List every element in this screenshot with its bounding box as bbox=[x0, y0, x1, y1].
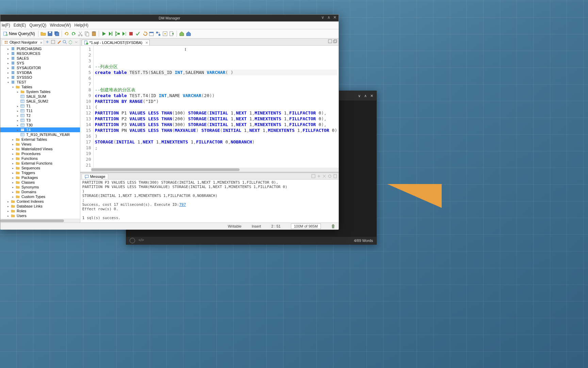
tree-item-packages[interactable]: ▸Packages bbox=[0, 175, 80, 180]
tree-expand-icon[interactable]: ▸ bbox=[6, 71, 10, 75]
code-line-10[interactable]: PARTITION P2 VALUES LESS THAN(200) STORA… bbox=[95, 116, 337, 122]
tree-expand-icon[interactable]: ▸ bbox=[11, 147, 15, 151]
menu-help[interactable]: Help(H) bbox=[74, 23, 88, 28]
home-local-button[interactable] bbox=[179, 31, 185, 37]
tree-item-t4[interactable]: ▸T4 bbox=[0, 127, 80, 132]
tree-item-purchasing[interactable]: ▸PURCHASING bbox=[0, 46, 80, 51]
tree-expand-icon[interactable]: ▸ bbox=[16, 90, 19, 94]
tree-expand-icon[interactable]: ▸ bbox=[11, 157, 15, 160]
tree-expand-icon[interactable]: ▸ bbox=[11, 142, 15, 146]
menu-file[interactable]: le(F) bbox=[2, 23, 10, 28]
tree-item-context-indexes[interactable]: ▸Context Indexes bbox=[0, 199, 80, 204]
tree-item-synonyms[interactable]: ▸Synonyms bbox=[0, 185, 80, 189]
tree-expand-icon[interactable]: ▸ bbox=[11, 185, 15, 189]
code-line-17[interactable] bbox=[95, 156, 337, 162]
tree-expand-icon[interactable]: ▸ bbox=[16, 109, 19, 113]
code-line-5[interactable]: --创建堆表的分区表 bbox=[95, 87, 337, 93]
editor-h-scrollbar[interactable] bbox=[91, 168, 339, 172]
new-query-button[interactable]: New Query(N) bbox=[2, 31, 36, 36]
paste-button[interactable] bbox=[91, 31, 97, 37]
maximize-button[interactable]: ∧ bbox=[326, 15, 331, 20]
code-line-2[interactable]: create table TEST.T5(SALES_ID INT,SALEMA… bbox=[95, 70, 337, 75]
editor-tab-close-icon[interactable]: ✕ bbox=[145, 41, 148, 45]
tree-expand-icon[interactable]: ▸ bbox=[11, 171, 15, 175]
menu-query[interactable]: Query(Q) bbox=[29, 23, 46, 28]
tree-item-sysauditor[interactable]: ▸SYSAUDITOR bbox=[0, 65, 80, 70]
tree-item-t3[interactable]: ▸T3 bbox=[0, 118, 80, 123]
tree-item-syssso[interactable]: ▸SYSSSO bbox=[0, 75, 80, 80]
tree-expand-icon[interactable]: ▸ bbox=[16, 104, 19, 108]
code-line-8[interactable]: ( bbox=[95, 104, 337, 110]
tree-expand-icon[interactable]: ▸ bbox=[11, 138, 15, 141]
tree-expand-icon[interactable]: ▸ bbox=[6, 47, 10, 51]
code-line-4[interactable] bbox=[95, 81, 337, 87]
tree-item-users[interactable]: ▸Users bbox=[0, 213, 80, 218]
commit-button[interactable] bbox=[135, 31, 141, 37]
menu-edit[interactable]: Edit(E) bbox=[14, 23, 26, 28]
msg-tool-3-icon[interactable] bbox=[322, 174, 326, 178]
code-line-7[interactable]: PARTITION BY RANGE("ID") bbox=[95, 98, 337, 104]
explain-button[interactable] bbox=[121, 31, 127, 37]
open-button[interactable] bbox=[40, 31, 46, 37]
stop-button[interactable] bbox=[128, 31, 134, 37]
export-button[interactable] bbox=[169, 31, 175, 37]
tree-expand-icon[interactable]: ▸ bbox=[11, 152, 15, 156]
debug-button[interactable] bbox=[114, 31, 120, 37]
code-line-13[interactable]: ) bbox=[95, 133, 337, 139]
tree-item-external-tables[interactable]: ▸External Tables bbox=[0, 137, 80, 142]
code-line-6[interactable]: create table TEST.T4(ID INT,NAME VARCHAR… bbox=[95, 93, 337, 98]
bgwin-maximize-icon[interactable]: ∧ bbox=[363, 93, 368, 98]
tree-expand-icon[interactable]: ▸ bbox=[11, 181, 15, 184]
code-line-1[interactable]: --列表分区 bbox=[95, 64, 337, 70]
sidebar-tab[interactable]: Object Navigator ✕ bbox=[2, 40, 44, 45]
close-button[interactable]: ✕ bbox=[332, 15, 337, 20]
tree-expand-icon[interactable]: ▸ bbox=[6, 76, 10, 79]
tree-item-t1[interactable]: ▸T1 bbox=[0, 104, 80, 108]
tree-expand-icon[interactable]: ▸ bbox=[11, 162, 15, 165]
msg-tool-5-icon[interactable] bbox=[333, 174, 337, 178]
tree-item-test[interactable]: ▾TEST bbox=[0, 80, 80, 85]
object-tree[interactable]: ▸PURCHASING▸RESOURCES▸SALES▸SYS▸SYSAUDIT… bbox=[0, 46, 80, 219]
sidebar-tab-close-icon[interactable]: ✕ bbox=[40, 41, 43, 45]
sidebar-tool-menu-icon[interactable] bbox=[74, 40, 79, 44]
tree-item-database-links[interactable]: ▸Database Links bbox=[0, 204, 80, 209]
execute-id-link[interactable]: 797 bbox=[179, 202, 186, 207]
tree-item-functions[interactable]: ▸Functions bbox=[0, 156, 80, 161]
sidebar-scrollbar[interactable] bbox=[0, 219, 80, 223]
copy-button[interactable] bbox=[84, 31, 90, 37]
tree-expand-icon[interactable]: ▸ bbox=[6, 57, 10, 60]
editor-tab[interactable]: *1.sql - LOCALHOST(SYSDBA) ✕ bbox=[82, 40, 150, 45]
tree-expand-icon[interactable]: ▸ bbox=[6, 66, 10, 70]
rollback-button[interactable] bbox=[142, 31, 148, 37]
execute-button[interactable] bbox=[101, 31, 107, 37]
code-line-14[interactable]: STORAGE(INITIAL 1,NEXT 1,MINEXTENTS 1,FI… bbox=[95, 139, 337, 145]
options-button[interactable] bbox=[162, 31, 168, 37]
tree-item-system-tables[interactable]: ▸System Tables bbox=[0, 89, 80, 94]
tree-item-t11[interactable]: ▸T11 bbox=[0, 108, 80, 113]
bgwin-status-icon1[interactable] bbox=[130, 238, 135, 243]
bgwin-close-icon[interactable]: ✕ bbox=[369, 93, 374, 98]
redo-button[interactable] bbox=[70, 31, 77, 37]
tree-item-t-r10-interval-year[interactable]: T_R10_INTERVAL_YEAR bbox=[0, 132, 80, 137]
menu-window[interactable]: Window(W) bbox=[50, 23, 71, 28]
bgwin-status-code-icon[interactable]: </> bbox=[138, 238, 143, 243]
msg-tool-4-icon[interactable] bbox=[328, 174, 332, 178]
tree-item-sys[interactable]: ▸SYS bbox=[0, 61, 80, 65]
tree-expand-icon[interactable]: ▸ bbox=[11, 195, 15, 199]
undo-button[interactable] bbox=[64, 31, 70, 37]
schema-button[interactable] bbox=[155, 31, 161, 37]
tree-expand-icon[interactable]: ▸ bbox=[11, 176, 15, 180]
tree-item-sale-sum[interactable]: SALE_SUM bbox=[0, 94, 80, 99]
tree-expand-icon[interactable]: ▾ bbox=[11, 85, 15, 89]
tree-expand-icon[interactable]: ▸ bbox=[6, 52, 10, 56]
tree-expand-icon[interactable]: ▸ bbox=[16, 123, 19, 127]
tree-expand-icon[interactable]: ▸ bbox=[6, 209, 10, 213]
tree-expand-icon[interactable]: ▸ bbox=[16, 114, 19, 118]
tree-expand-icon[interactable]: ▸ bbox=[16, 128, 19, 132]
sidebar-tool-search-icon[interactable] bbox=[62, 40, 67, 44]
code-line-18[interactable] bbox=[95, 162, 337, 168]
editor-maximize-icon[interactable] bbox=[328, 39, 332, 43]
date-button[interactable] bbox=[148, 31, 154, 37]
execute-step-button[interactable] bbox=[108, 31, 114, 37]
window-titlebar[interactable]: DM Manager ∨ ∧ ✕ bbox=[0, 15, 339, 21]
